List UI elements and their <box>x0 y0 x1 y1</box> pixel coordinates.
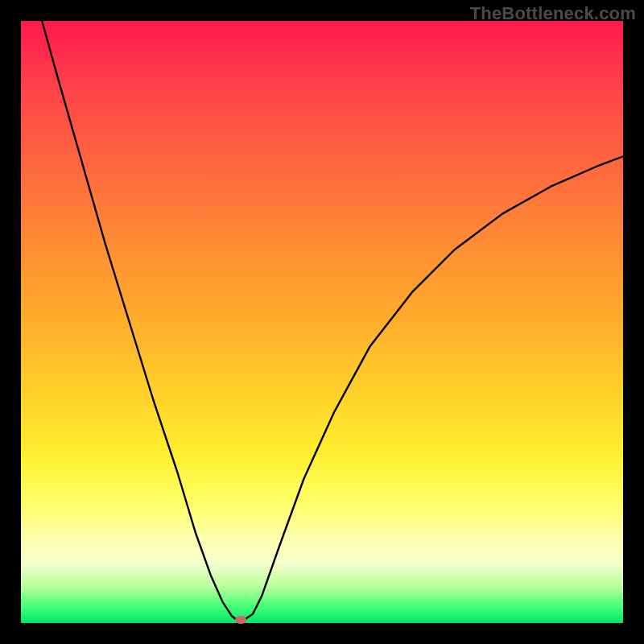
plot-area <box>21 21 623 623</box>
bottleneck-curve <box>21 21 623 623</box>
chart-frame: TheBottleneck.com <box>0 0 644 644</box>
optimal-point-marker <box>235 616 246 624</box>
